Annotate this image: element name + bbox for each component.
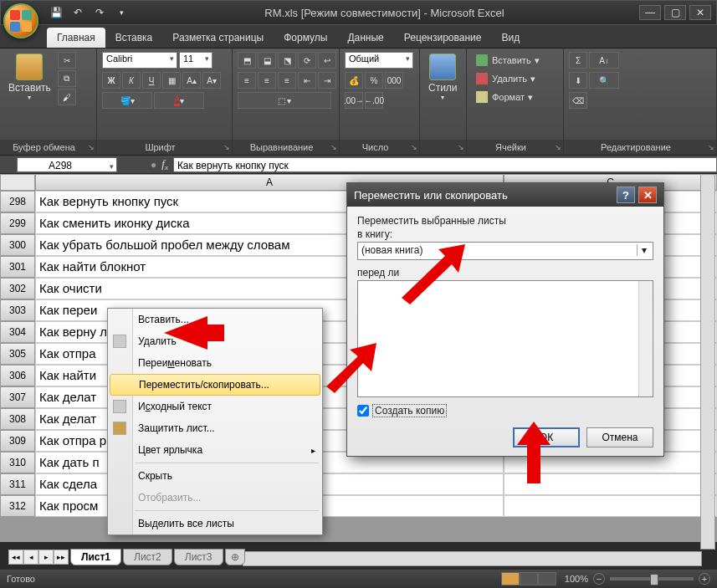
decrease-decimal-icon[interactable]: ←.00 [365,92,383,109]
view-normal-icon[interactable] [501,572,520,585]
sheet-tab-new[interactable]: ⊕ [225,549,245,565]
save-icon[interactable]: 💾 [48,4,64,21]
cell[interactable] [504,495,717,517]
formula-input[interactable]: Как вернуть кнопку пуск [173,157,717,172]
office-button[interactable] [3,3,38,38]
paste-button[interactable]: Вставить ▾ [5,52,54,103]
sheet-tab-3[interactable]: Лист3 [174,549,223,565]
cells-format-button[interactable]: Формат ▾ [472,89,536,105]
comma-icon[interactable]: 000 [385,72,403,89]
zoom-percent[interactable]: 100% [565,574,588,584]
minimize-button[interactable]: — [639,5,661,20]
increase-font-icon[interactable]: A▴ [182,72,201,89]
ctx-tab-color[interactable]: Цвет ярлычка [108,439,322,461]
horizontal-scrollbar[interactable] [243,551,702,566]
decrease-font-icon[interactable]: A▾ [202,72,221,89]
align-center-icon[interactable]: ≡ [258,72,276,89]
tab-page-layout[interactable]: Разметка страницы [162,28,274,48]
row-header[interactable]: 300 [0,234,35,256]
row-header[interactable]: 299 [0,212,35,234]
close-button[interactable]: ✕ [689,5,711,20]
clear-icon[interactable]: ⌫ [569,92,587,109]
tab-data[interactable]: Данные [337,28,393,48]
italic-button[interactable]: К [122,72,141,89]
align-bottom-icon[interactable]: ⬔ [278,52,296,69]
align-middle-icon[interactable]: ⬓ [258,52,276,69]
increase-indent-icon[interactable]: ⇥ [318,72,336,89]
border-button[interactable]: ▦ [162,72,181,89]
orientation-icon[interactable]: ⟳ [298,52,316,69]
row-header[interactable]: 305 [0,343,35,365]
currency-icon[interactable]: 💰 [345,72,363,89]
ctx-insert[interactable]: Вставить... [108,309,322,330]
view-page-break-icon[interactable] [538,572,556,585]
dialog-sheet-list[interactable] [357,280,653,397]
maximize-button[interactable]: ▢ [664,5,686,20]
font-name-select[interactable]: Calibri [102,52,177,69]
name-box[interactable]: A298 [17,157,117,172]
font-color-button[interactable]: A▾ [154,92,204,109]
qat-customize-icon[interactable]: ▾ [113,4,130,21]
number-format-select[interactable]: Общий [345,52,413,69]
dialog-create-copy-label[interactable]: Создать копию [372,404,447,417]
vertical-scrollbar[interactable] [700,174,715,550]
dialog-cancel-button[interactable]: Отмена [586,427,653,447]
row-header[interactable]: 302 [0,278,35,299]
wrap-text-icon[interactable]: ↩ [318,52,336,69]
align-right-icon[interactable]: ≡ [278,72,296,89]
dialog-ok-button[interactable]: ОК [513,427,580,447]
fx-icon[interactable]: f [161,157,168,172]
dialog-help-button[interactable]: ? [617,187,635,203]
increase-decimal-icon[interactable]: .00→ [345,92,363,109]
row-header[interactable]: 304 [0,321,35,343]
view-page-layout-icon[interactable] [520,572,538,585]
row-header[interactable]: 307 [0,386,35,408]
row-header[interactable]: 301 [0,256,35,278]
copy-icon[interactable]: ⧉ [58,70,76,87]
decrease-indent-icon[interactable]: ⇤ [298,72,316,89]
cut-icon[interactable]: ✂ [58,52,76,69]
fill-color-button[interactable]: 🪣▾ [102,92,152,109]
sheet-nav-next[interactable]: ▸ [38,550,54,565]
row-header[interactable]: 298 [0,191,35,212]
autosum-icon[interactable]: Σ [569,52,587,69]
row-header[interactable]: 310 [0,452,35,473]
dialog-book-select[interactable]: (новая книга) [357,242,653,260]
row-header[interactable]: 309 [0,430,35,452]
sheet-nav-first[interactable]: ◂◂ [8,550,23,565]
fill-icon[interactable]: ⬇ [569,72,587,89]
tab-review[interactable]: Рецензирование [394,28,492,48]
tab-insert[interactable]: Вставка [105,28,163,48]
ctx-protect[interactable]: Защитить лист... [108,417,322,439]
row-header[interactable]: 306 [0,365,35,386]
zoom-slider[interactable] [610,577,694,580]
bold-button[interactable]: Ж [102,72,120,89]
sheet-tab-2[interactable]: Лист2 [123,549,172,565]
tab-view[interactable]: Вид [491,28,530,48]
dialog-create-copy-checkbox[interactable] [357,405,369,417]
ctx-source-text[interactable]: Исходный текст [108,396,322,417]
sheet-nav-last[interactable]: ▸▸ [54,550,69,565]
dialog-close-button[interactable]: ✕ [638,187,657,203]
row-header[interactable]: 303 [0,299,35,321]
tab-home[interactable]: Главная [47,28,105,48]
cell[interactable] [504,473,717,495]
row-header[interactable]: 312 [0,495,35,517]
select-all-corner[interactable] [0,174,35,191]
sort-filter-icon[interactable]: A↓ [589,52,619,69]
sheet-tab-1[interactable]: Лист1 [70,549,121,565]
undo-icon[interactable]: ↶ [69,4,86,21]
font-size-select[interactable]: 11 [179,52,213,69]
percent-icon[interactable]: % [365,72,383,89]
zoom-in-button[interactable]: + [699,573,710,585]
find-icon[interactable]: 🔍 [589,72,619,89]
cells-delete-button[interactable]: Удалить ▾ [472,70,539,87]
zoom-out-button[interactable]: − [593,573,605,585]
format-painter-icon[interactable]: 🖌 [58,89,76,105]
row-header[interactable]: 311 [0,473,35,495]
ctx-select-all-sheets[interactable]: Выделить все листы [108,513,322,534]
align-top-icon[interactable]: ⬒ [238,52,256,69]
ctx-delete[interactable]: Удалить [108,330,322,352]
redo-icon[interactable]: ↷ [91,4,108,21]
tab-formulas[interactable]: Формулы [274,28,337,48]
